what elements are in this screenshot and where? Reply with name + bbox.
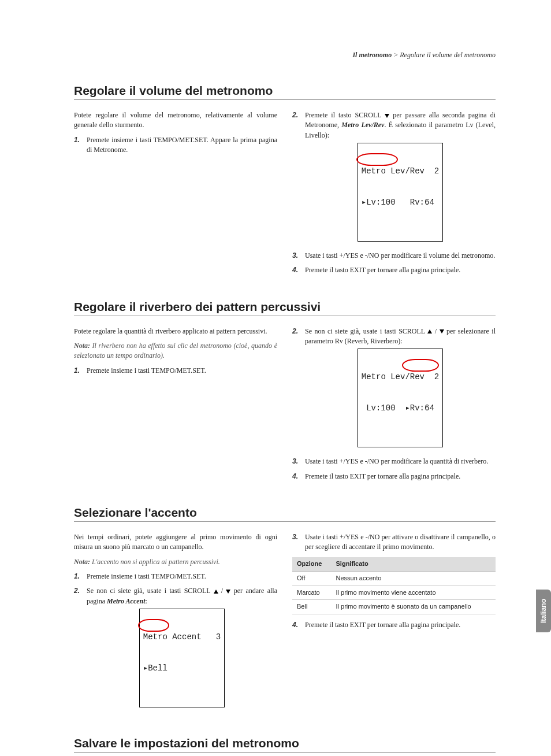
- lcd-line: Metro Lev/Rev 2: [362, 372, 439, 382]
- intro-text: Potete regolare la quantità di riverbero…: [74, 327, 277, 336]
- breadcrumb-sep: >: [392, 51, 400, 59]
- step: Se non ci siete già, usate i tasti SCROL…: [74, 586, 277, 711]
- section-save: Salvare le impostazioni del metronomo Le…: [74, 736, 496, 756]
- heading-reverb: Regolare il riverbero dei pattern percus…: [74, 300, 496, 316]
- section-accent: Selezionare l'accento Nei tempi ordinari…: [74, 506, 496, 717]
- section-volume: Regolare il volume del metronomo Potete …: [74, 84, 496, 280]
- lcd-display: Metro Accent 3 ▸Bell: [139, 609, 225, 707]
- note: Nota: Il riverbero non ha effetto sui cl…: [74, 341, 277, 361]
- highlight-circle: [402, 359, 439, 372]
- table-row: BellIl primo movimento è suonato da un c…: [292, 600, 496, 614]
- lcd-display: Metro Lev/Rev 2 Lv:100 ▸Rv:64: [358, 349, 443, 447]
- lcd-line: Lv:100 ▸Rv:64: [362, 403, 439, 413]
- section-reverb: Regolare il riverbero dei pattern percus…: [74, 300, 496, 486]
- lcd-line: Metro Lev/Rev 2: [362, 166, 439, 176]
- highlight-circle: [138, 619, 169, 632]
- note: Nota: L'accento non si applica ai patter…: [74, 557, 277, 567]
- step: Premete il tasto EXIT per tornare alla p…: [292, 620, 496, 630]
- step: Se non ci siete già, usate i tasti SCROL…: [292, 327, 496, 452]
- heading-save: Salvare le impostazioni del metronomo: [74, 736, 496, 753]
- step: Usate i tasti +/YES e -/NO per attivare …: [292, 532, 496, 553]
- step: Premete il tasto EXIT per tornare alla p…: [292, 265, 496, 275]
- table-row: MarcatoIl primo movimento viene accentat…: [292, 585, 496, 600]
- step: Usate i tasti +/YES e -/NO per modificar…: [292, 457, 496, 466]
- table-header: Significato: [332, 557, 496, 571]
- step: Premete insieme i tasti TEMPO/MET.SET.: [74, 572, 277, 581]
- lcd-display: Metro Lev/Rev 2 ▸Lv:100 Rv:64: [358, 143, 443, 242]
- heading-accent: Selezionare l'accento: [74, 506, 496, 522]
- triangle-down-icon: [385, 114, 389, 118]
- triangle-down-icon: [440, 329, 444, 333]
- lcd-line: ▸Bell: [143, 663, 221, 673]
- step: Usate i tasti +/YES e -/NO per modificar…: [292, 251, 496, 261]
- language-tab: Italiano: [536, 590, 551, 632]
- options-table: OpzioneSignificato OffNessun accento Mar…: [292, 557, 496, 615]
- step: Premete insieme i tasti TEMPO/MET.SET.: [74, 366, 277, 376]
- breadcrumb: Il metronomo > Regolare il volume del me…: [74, 51, 496, 60]
- intro-text: Nei tempi ordinari, potete aggiungere al…: [74, 532, 277, 553]
- breadcrumb-page: Regolare il volume del metronomo: [400, 51, 496, 59]
- step: Premete il tasto EXIT per tornare alla p…: [292, 472, 496, 481]
- table-row: OffNessun accento: [292, 571, 496, 585]
- step: Premete il tasto SCROLL per passare alla…: [292, 110, 496, 246]
- highlight-circle: [356, 153, 398, 166]
- breadcrumb-section: Il metronomo: [352, 51, 392, 59]
- triangle-up-icon: [214, 590, 218, 594]
- intro-text: Potete regolare il volume del metronomo,…: [74, 110, 277, 131]
- step: Premete insieme i tasti TEMPO/MET.SET. A…: [74, 135, 277, 155]
- table-header: Opzione: [292, 557, 332, 571]
- lcd-line: Metro Accent 3: [143, 632, 221, 642]
- heading-volume: Regolare il volume del metronomo: [74, 84, 496, 100]
- lcd-line: ▸Lv:100 Rv:64: [362, 197, 439, 207]
